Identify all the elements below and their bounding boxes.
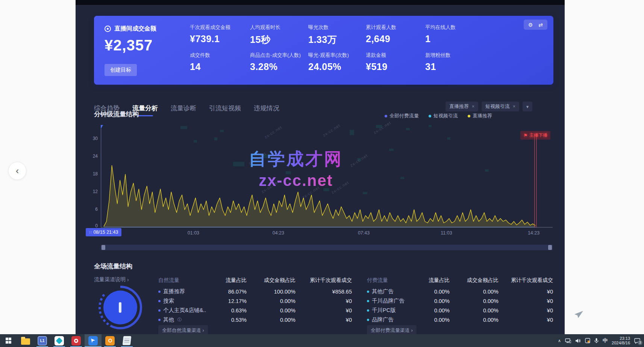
chart-legend: 全部付费流量 短视频引流 直播推荐 xyxy=(385,113,492,119)
table-cell: 0.00% xyxy=(450,287,499,296)
table-cell: 12.17% xyxy=(215,296,247,306)
app-teal-button[interactable] xyxy=(51,334,68,347)
stream-end-marker[interactable]: ⚑ 主播下播 xyxy=(520,131,550,140)
chevron-right-icon: › xyxy=(127,277,129,283)
traffic-structure-title: 全场流量结构 xyxy=(94,262,132,271)
ime-indicator[interactable]: 中 xyxy=(603,337,608,344)
metric-cell: 新增粉丝数31 xyxy=(425,52,491,80)
info-icon[interactable]: ⓘ xyxy=(177,317,182,323)
metric-cell: 曝光-观看率(次数)24.05% xyxy=(308,52,366,80)
legend-live-recommend[interactable]: 直播推荐 xyxy=(468,113,492,119)
red-ring-app-icon xyxy=(71,336,81,345)
range-handle-left[interactable] xyxy=(102,245,105,250)
app-orange-button[interactable] xyxy=(102,334,118,347)
tab-short-video[interactable]: 引流短视频 xyxy=(209,104,241,116)
channel-dot-icon xyxy=(367,309,369,312)
settings-gear-icon[interactable]: ⚙ xyxy=(528,22,533,28)
microphone-icon[interactable] xyxy=(594,338,599,343)
app-red-button[interactable] xyxy=(68,334,85,347)
x-axis-start-label[interactable]: ∷ 08/15 21:43 xyxy=(86,228,121,236)
col-header: 成交金额占比 xyxy=(247,274,295,287)
volume-icon[interactable] xyxy=(575,338,581,343)
table-cell: 0.00% xyxy=(423,306,450,315)
table-row-channel: 其他广告 xyxy=(367,287,423,296)
metric-cell: 平均在线人数1 xyxy=(425,24,491,52)
send-icon[interactable] xyxy=(574,311,583,320)
table-row-channel: 千川PC版 xyxy=(367,306,423,315)
table-cell: ¥0 xyxy=(499,296,553,306)
table-cell: 0.00% xyxy=(450,315,499,324)
create-goal-button[interactable]: 创建目标 xyxy=(105,64,137,76)
notification-center-icon[interactable]: 3 xyxy=(634,338,640,344)
y-tick: 6 xyxy=(85,207,98,212)
table-cell: ¥0 xyxy=(295,315,352,324)
filter-chip-short-video[interactable]: 短视频引流 × xyxy=(482,102,519,111)
notepad-button[interactable] xyxy=(118,334,135,347)
table-cell: 0.00% xyxy=(247,315,295,324)
col-header: 自然流量 xyxy=(158,274,215,287)
chevron-down-icon: ▾ xyxy=(526,104,529,110)
table-cell: 0.00% xyxy=(450,306,499,315)
x-tick: 11:03 xyxy=(441,230,452,236)
table-cell: 0.00% xyxy=(423,315,450,324)
col-header: 流量占比 xyxy=(423,274,450,287)
active-pointer-app-button[interactable] xyxy=(85,334,102,347)
range-handle-right[interactable] xyxy=(548,245,552,250)
start-button[interactable] xyxy=(0,334,17,347)
legend-dot xyxy=(429,115,431,117)
metric-cell: 累计观看人数2,649 xyxy=(366,24,425,52)
back-button[interactable]: ‹ xyxy=(8,162,26,180)
channel-explain-link[interactable]: 流量渠道说明 › xyxy=(94,276,129,283)
windows-taskbar: L1 ∧ 中 23:13 2024/8/16 3 xyxy=(0,334,644,347)
table-cell: ¥0 xyxy=(295,296,352,306)
col-header: 付费流量 xyxy=(367,274,423,287)
flag-icon: ⚑ xyxy=(523,133,527,138)
col-header: 累计千次观看成交 xyxy=(295,274,352,287)
card-toolbar: ⚙ ⇄ xyxy=(524,20,547,30)
channel-dot-icon xyxy=(158,291,161,293)
time-range-scrollbar[interactable] xyxy=(101,245,553,250)
tab-violations[interactable]: 违规情况 xyxy=(254,104,279,116)
col-header: 流量占比 xyxy=(215,274,247,287)
chip-close-icon[interactable]: × xyxy=(472,104,474,109)
clock-date: 2024/8/16 xyxy=(612,341,630,345)
filter-dropdown-button[interactable]: ▾ xyxy=(523,102,532,111)
app-l1-button[interactable]: L1 xyxy=(34,334,51,347)
gmv-icon xyxy=(105,26,111,32)
l1-app-icon: L1 xyxy=(38,336,47,345)
tab-traffic-diagnosis[interactable]: 流量诊断 xyxy=(171,104,196,116)
minute-traffic-chart[interactable] xyxy=(101,124,553,229)
windows-logo-icon xyxy=(6,338,12,344)
table-cell: ¥0 xyxy=(499,287,553,296)
orange-record-app-icon xyxy=(105,336,115,345)
minute-chart-title: 分钟级流量结构 xyxy=(94,110,139,119)
tray-expand-chevron-icon[interactable]: ∧ xyxy=(558,338,561,343)
clock-time: 23:13 xyxy=(612,336,630,341)
natural-traffic-table: 自然流量 流量占比 成交金额占比 累计千次观看成交 直播推荐 86.07% 10… xyxy=(158,274,352,324)
channel-dot-icon xyxy=(367,291,369,293)
table-cell: 0.00% xyxy=(450,296,499,306)
table-cell: 0.53% xyxy=(215,315,247,324)
channel-dot-icon xyxy=(367,319,369,321)
chip-close-icon[interactable]: × xyxy=(513,104,515,109)
x-tick: 04:23 xyxy=(273,230,284,236)
table-row-channel: 千川品牌广告 xyxy=(367,296,423,306)
table-cell: ¥858.65 xyxy=(295,287,352,296)
legend-short-video[interactable]: 短视频引流 xyxy=(429,113,458,119)
table-row-channel: 个人主页&店铺&.. xyxy=(158,306,215,315)
teal-app-icon xyxy=(55,336,64,345)
legend-paid-traffic[interactable]: 全部付费流量 xyxy=(385,113,419,119)
y-tick: 0 xyxy=(85,223,98,228)
y-tick: 12 xyxy=(85,189,98,194)
taskbar-clock[interactable]: 23:13 2024/8/16 xyxy=(612,336,630,345)
metric-cell: 人均观看时长15秒 xyxy=(250,24,308,52)
swap-metrics-icon[interactable]: ⇄ xyxy=(538,22,543,28)
window-top-strip xyxy=(76,0,565,5)
network-icon[interactable] xyxy=(565,338,571,343)
filter-chip-live-recommend[interactable]: 直播推荐 × xyxy=(445,102,478,111)
file-explorer-button[interactable] xyxy=(17,334,34,347)
channel-dot-icon xyxy=(367,300,369,302)
y-tick: 18 xyxy=(85,171,98,177)
legend-dot xyxy=(385,115,387,117)
tray-app-icon[interactable] xyxy=(585,338,590,343)
